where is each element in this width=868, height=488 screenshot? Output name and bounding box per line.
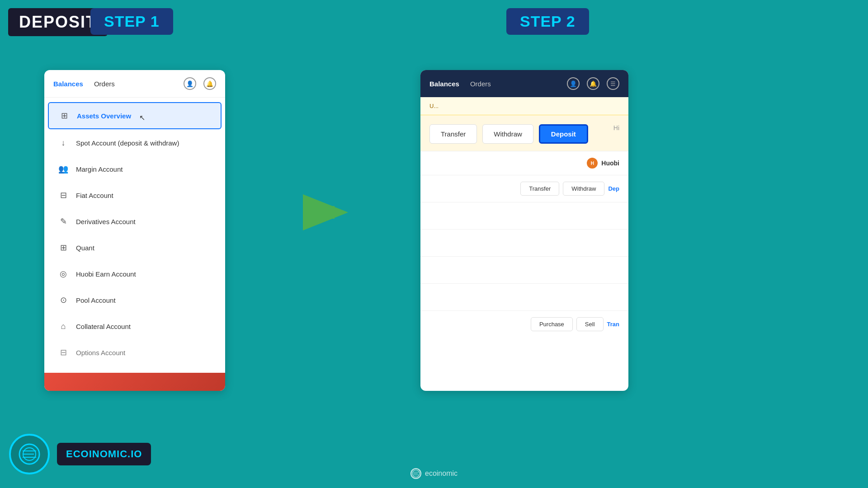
step2-badge: STEP 2 [506,8,589,35]
options-account-label: Options Account [76,349,125,357]
eco-circle-icon [9,434,50,474]
margin-account-label: Margin Account [76,165,123,173]
margin-account-icon: 👥 [57,163,70,175]
menu-item-margin-account[interactable]: 👥 Margin Account [48,156,222,182]
sell-button[interactable]: Sell [576,317,604,331]
notice-text: U... [429,103,439,109]
panel-left: Balances Orders 👤 🔔 ⊞ Assets Overview ↖ … [44,70,225,391]
eco-center: ecoinomic [410,468,458,479]
collateral-account-label: Collateral Account [76,323,131,330]
action-row-2: Purchase Sell Tran [420,311,628,338]
collateral-account-icon: ⌂ [57,320,70,333]
deposit-partial-label: Dep [608,185,619,192]
action-row-1: Transfer Withdraw Dep [420,175,628,202]
assets-overview-label: Assets Overview [77,112,131,120]
transfer-partial-label: Tran [607,321,619,328]
pool-account-icon: ⊙ [57,294,70,306]
arrow [294,194,348,230]
notice-bar: U... [420,97,628,115]
deposit-button-top[interactable]: Deposit [539,124,588,144]
logo-row: H Huobi [420,151,628,175]
nav-balances-left[interactable]: Balances [53,80,83,88]
empty-row-3 [420,257,628,284]
fiat-account-label: Fiat Account [76,192,113,199]
fiat-account-icon: ⊟ [57,189,70,202]
eco-label: ECOINOMIC.IO [57,443,151,465]
withdraw-button-row1[interactable]: Withdraw [563,182,604,196]
menu-icon-right[interactable]: ☰ [607,77,619,90]
huobi-earn-label: Huobi Earn Account [76,270,136,278]
pool-account-label: Pool Account [76,296,116,304]
nav-orders-right[interactable]: Orders [470,80,491,88]
scroll-indicator [44,373,225,391]
spot-account-label: Spot Account (deposit & withdraw) [76,139,179,147]
bell-icon[interactable]: 🔔 [203,77,216,90]
nav-bar-right: Balances Orders 👤 🔔 ☰ [420,70,628,97]
derivatives-account-icon: ✎ [57,215,70,228]
cursor-icon: ↖ [139,113,145,122]
menu-item-pool-account[interactable]: ⊙ Pool Account [48,287,222,313]
huobi-logo: H Huobi [587,158,619,169]
menu-item-derivatives-account[interactable]: ✎ Derivatives Account [48,209,222,234]
empty-row-4 [420,284,628,311]
menu-item-assets-overview[interactable]: ⊞ Assets Overview ↖ [48,102,222,129]
eco-center-icon [410,468,421,479]
menu-item-options-account[interactable]: ⊟ Options Account [48,340,222,365]
empty-row-2 [420,230,628,257]
spot-account-icon: ↓ [57,136,70,149]
menu-item-quant[interactable]: ⊞ Quant [48,235,222,260]
nav-balances-right[interactable]: Balances [429,80,459,88]
nav-icons-left: 👤 🔔 [184,77,216,90]
huobi-earn-icon: ◎ [57,267,70,280]
quant-icon: ⊞ [57,241,70,254]
eco-logo-container: ECOINOMIC.IO [9,434,151,474]
step1-badge: STEP 1 [90,8,173,35]
user-icon[interactable]: 👤 [184,77,196,90]
huobi-circle-icon: H [587,158,598,169]
huobi-label: Huobi [601,160,619,167]
purchase-button[interactable]: Purchase [531,317,573,331]
menu-item-spot-account[interactable]: ↓ Spot Account (deposit & withdraw) [48,130,222,155]
transfer-button-row1[interactable]: Transfer [520,182,559,196]
empty-row-1 [420,202,628,230]
menu-list: ⊞ Assets Overview ↖ ↓ Spot Account (depo… [44,98,225,370]
nav-orders-left[interactable]: Orders [94,80,115,88]
options-account-icon: ⊟ [57,346,70,359]
hi-label: Hi [613,124,619,144]
quant-label: Quant [76,244,94,252]
assets-overview-icon: ⊞ [58,109,71,122]
transfer-button-top[interactable]: Transfer [429,124,477,144]
bell-icon-right[interactable]: 🔔 [587,77,599,90]
menu-item-huobi-earn[interactable]: ◎ Huobi Earn Account [48,261,222,286]
panel-right: Balances Orders 👤 🔔 ☰ U... Transfer With… [420,70,628,391]
user-icon-right[interactable]: 👤 [567,77,580,90]
menu-item-collateral-account[interactable]: ⌂ Collateral Account [48,314,222,339]
nav-icons-right: 👤 🔔 ☰ [567,77,619,90]
withdraw-button-top[interactable]: Withdraw [482,124,533,144]
eco-center-label: ecoinomic [425,469,458,478]
action-buttons-top: Transfer Withdraw Deposit Hi [420,115,628,151]
derivatives-account-label: Derivatives Account [76,218,136,225]
menu-item-fiat-account[interactable]: ⊟ Fiat Account [48,183,222,208]
nav-bar-left: Balances Orders 👤 🔔 [44,70,225,98]
